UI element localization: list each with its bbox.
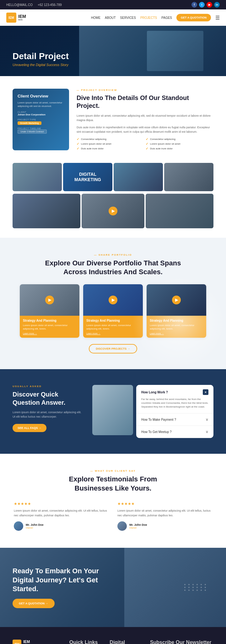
testimonial-text-1: Lorem ipsum dolor sit amet, consectetur …: [14, 508, 109, 518]
card-link-1[interactable]: Learn more →: [23, 332, 76, 335]
faq-question-3: How To Get Meetup ?: [141, 430, 172, 434]
top-bar: HELLO@MAIL.CO +62 123-456-789 f t ▶ in: [0, 0, 226, 9]
play-icon[interactable]: ▶: [109, 296, 117, 304]
check-text: Duis aute irure dolor: [150, 147, 173, 150]
hero-content: Detail Project Unraveling the Digital Su…: [13, 51, 69, 67]
see-all-faqs-button[interactable]: SEE ALL FAQS →: [13, 424, 46, 432]
check-icon: ✓: [77, 147, 79, 150]
footer: IEM IEMiem Lorem ipsum dolor sit amet, c…: [0, 627, 226, 644]
stars-2: ★★★★★: [117, 502, 212, 506]
footer-newsletter-title: Subscribe Our Newsletter: [150, 640, 213, 644]
author-name-1: Mr. John Doe: [26, 523, 44, 526]
check-item-1: ✓ Consectetur adipiscing: [77, 137, 144, 141]
discover-projects-button[interactable]: DISCOVER PROJECTS →: [89, 344, 137, 353]
testimonial-card-1: ★★★★★ Lorem ipsum dolor sit amet, consec…: [13, 500, 110, 532]
youtube-icon[interactable]: ▶: [207, 2, 212, 8]
testimonials-heading: Explore Testimonials From Businesses Lik…: [53, 475, 173, 493]
check-icon: ✓: [146, 142, 148, 146]
card-title-2: Strategy And Planning: [86, 319, 140, 322]
portfolio-card-3: ▶ Strategy And Planning Lorem ipsum dolo…: [147, 284, 206, 338]
gallery-img-3: [114, 163, 163, 191]
check-text: Duis aute irure dolor: [81, 147, 104, 150]
logo[interactable]: IEM IEM iem: [6, 13, 26, 23]
portfolio-section-label: SHARE PORTFOLIO: [13, 253, 213, 256]
testimonials-section: WHAT OUR CLIENT SAY Explore Testimonials…: [0, 454, 226, 548]
faq-chevron-down-icon-2[interactable]: ∨: [206, 417, 208, 422]
portfolio-card-img-2: ▶: [83, 284, 143, 316]
portfolio-card-1: ▶ Strategy And Planning Lorem ipsum dolo…: [20, 284, 79, 338]
nav-pages[interactable]: PAGES: [161, 16, 172, 19]
video-thumb-3[interactable]: [146, 194, 213, 228]
stars-1: ★★★★★: [14, 502, 109, 506]
faq-collapse-icon-1[interactable]: ×: [203, 389, 208, 395]
gallery-img-1: [13, 163, 62, 191]
logo-text: IEM iem: [18, 14, 26, 21]
faq-item-3[interactable]: How To Get Meetup ? ∨: [136, 426, 213, 438]
check-item-6: ✓ Duis aute irure dolor: [146, 147, 213, 150]
play-icon[interactable]: ▶: [172, 296, 181, 304]
social-links: f t ▶ in: [191, 2, 220, 8]
quotation-button[interactable]: GET A QUOTATION: [176, 14, 211, 21]
faq-left: USUALLY ASKED Discover Quick Question An…: [13, 385, 82, 432]
author-1: Mr. John Doe Owner: [14, 521, 109, 531]
client-label: CLIENT: [18, 111, 64, 113]
nav-about[interactable]: ABOUT: [105, 16, 116, 19]
twitter-icon[interactable]: t: [199, 2, 205, 8]
cta-button[interactable]: GET A QUOTATION →: [13, 599, 55, 608]
email: HELLO@MAIL.CO: [6, 3, 33, 7]
check-text: Consectetur adipiscing: [81, 138, 106, 141]
linkedin-icon[interactable]: in: [214, 2, 220, 8]
faq-answer-1: Far far away, behind the word mountains,…: [141, 397, 208, 409]
video-thumb-2[interactable]: ▶: [82, 194, 144, 228]
faq-item-1-header[interactable]: How Long Work ? ×: [141, 389, 208, 395]
hamburger-icon[interactable]: ☰: [215, 15, 220, 21]
facebook-icon[interactable]: f: [191, 2, 197, 8]
nav-services[interactable]: SERVICES: [120, 16, 136, 19]
cta-section: Ready To Embark On Your Digital Journey?…: [0, 548, 226, 627]
check-text: Lorem ipsum dolor sit amet: [81, 142, 111, 145]
card-desc-1: Lorem ipsum dolor sit amet, consectetur …: [23, 324, 76, 330]
card-title-1: Strategy And Planning: [23, 319, 76, 322]
faq-question-2: How To Make Payment ?: [141, 418, 176, 421]
cta-content: Ready To Embark On Your Digital Journey?…: [13, 567, 107, 608]
nav-home[interactable]: HOME: [91, 16, 100, 19]
nav-links: HOME ABOUT SERVICES PROJECTS PAGES GET A…: [91, 14, 220, 21]
faq-question-1: How Long Work ?: [141, 391, 168, 394]
author-info-1: Mr. John Doe Owner: [26, 523, 44, 529]
project-type-badge: Growth Marketing: [18, 121, 41, 125]
play-icon[interactable]: ▶: [45, 296, 54, 304]
phone: +62 123-456-789: [38, 3, 62, 7]
card-desc-2: Lorem ipsum dolor sit amet, consectetur …: [86, 324, 140, 330]
check-text: Lorem ipsum dolor sit amet: [150, 142, 180, 145]
hero-section: Detail Project Unraveling the Digital Su…: [0, 26, 226, 76]
faq-desc: Lorem ipsum dolor sit amet, consectetur …: [13, 410, 82, 419]
faq-item-2[interactable]: How To Make Payment ? ∨: [136, 414, 213, 426]
play-button[interactable]: ▶: [109, 207, 117, 215]
faq-chevron-down-icon-3[interactable]: ∨: [206, 430, 208, 434]
avatar-1: [14, 521, 23, 531]
portfolio-card-2: ▶ Strategy And Planning Lorem ipsum dolo…: [83, 284, 143, 338]
footer-newsletter: Subscribe Our Newsletter Get Our Latest …: [150, 640, 213, 644]
card-title-3: Strategy And Planning: [150, 319, 203, 322]
faq-section: USUALLY ASKED Discover Quick Question An…: [0, 369, 226, 454]
card-link-3[interactable]: Learn more →: [150, 332, 203, 335]
avatar-2: [117, 521, 127, 531]
card-link-2[interactable]: Learn more →: [86, 332, 140, 335]
video-thumb-1[interactable]: [13, 194, 80, 228]
project-para1: Lorem ipsum dolor sit amet, consectetur …: [77, 114, 213, 123]
faq-right-wrapper: How Long Work ? × Far far away, behind t…: [89, 385, 213, 438]
page-title: Detail Project: [13, 51, 69, 62]
testimonial-grid: ★★★★★ Lorem ipsum dolor sit amet, consec…: [13, 500, 213, 532]
nav-projects[interactable]: PROJECTS: [140, 16, 157, 19]
faq-item-1[interactable]: How Long Work ? × Far far away, behind t…: [136, 385, 213, 414]
gallery-img-2: DIGITALMARKETING: [63, 163, 112, 191]
gallery-img-4: [164, 163, 213, 191]
section-label: PROJECT OVERVIEW: [77, 89, 213, 92]
portfolio-cards: ▶ Strategy And Planning Lorem ipsum dolo…: [13, 284, 213, 338]
check-item-5: ✓ Duis aute irure dolor: [77, 147, 144, 150]
footer-logo: IEM IEMiem: [13, 640, 62, 644]
project-type-label: PROJECT TYPE: [18, 119, 64, 121]
gallery-row: DIGITALMARKETING: [0, 163, 226, 192]
navbar: IEM IEM iem HOME ABOUT SERVICES PROJECTS…: [0, 9, 226, 26]
top-bar-contact: HELLO@MAIL.CO +62 123-456-789: [6, 3, 62, 7]
